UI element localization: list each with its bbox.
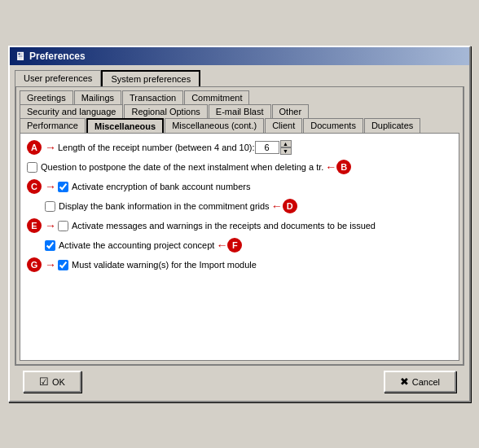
tab-performance[interactable]: Performance [20,118,86,133]
setting-row-a: A → Length of the receipt number (betwee… [27,140,452,155]
top-tab-bar: User preferences System preferences [15,70,464,86]
setting-row-b: Question to postpone the date of the nex… [27,160,452,174]
setting-b-label: Question to postpone the date of the nex… [41,162,323,172]
badge-g: G [27,257,42,272]
dialog-title: Preferences [29,51,86,62]
setting-e-label: Activate messages and warnings in the re… [72,221,376,231]
badge-e: E [27,218,42,233]
tab-regional-options[interactable]: Regional Options [124,104,207,118]
arrow-g: → [45,258,56,271]
tab-other[interactable]: Other [272,104,310,118]
tab-commitment[interactable]: Commitment [184,90,249,104]
arrow-f: ← [216,239,227,252]
cancel-label: Cancel [412,377,440,387]
setting-row-c: C → Activate encryption of bank account … [27,179,452,194]
checkbox-b[interactable] [27,162,37,173]
checkbox-g[interactable] [58,260,68,270]
cancel-button[interactable]: ✖ Cancel [384,371,456,393]
badge-f: F [227,238,242,253]
setting-row-g: G → Must validate warning(s) for the Imp… [27,257,452,272]
setting-f-label: Activate the accounting project concept [59,240,214,250]
tab-miscellaneous[interactable]: Miscellaneous [86,118,164,133]
badge-c: C [27,179,42,194]
tab-duplicates[interactable]: Duplicates [364,118,420,133]
tab-system-preferences[interactable]: System preferences [101,70,200,86]
receipt-number-input[interactable] [255,141,279,154]
title-bar: 🖥 Preferences [10,47,469,65]
inner-panel: A → Length of the receipt number (betwee… [20,133,459,361]
preferences-icon: 🖥 [15,50,26,63]
content-panel: Greetings Mailings Transaction Commitmen… [15,86,464,366]
setting-g-label: Must validate warning(s) for the Import … [72,260,257,270]
tab-documents[interactable]: Documents [303,118,363,133]
spinner-buttons: ▲ ▼ [280,140,292,155]
arrow-c: → [45,180,56,193]
checkbox-f[interactable] [45,240,55,251]
arrow-a: → [45,141,56,154]
tab-greetings[interactable]: Greetings [20,90,73,104]
setting-row-f: Activate the accounting project concept … [27,238,452,253]
setting-row-d: Display the bank information in the comm… [27,199,452,213]
cancel-icon: ✖ [400,376,409,388]
dialog-body: User preferences System preferences Gree… [10,65,469,401]
ok-label: OK [52,377,65,387]
tab-client[interactable]: Client [265,118,302,133]
tab-row-1: Greetings Mailings Transaction Commitmen… [20,90,459,104]
arrow-e: → [45,219,56,232]
tab-row-2: Security and language Regional Options E… [20,104,459,118]
arrow-b: ← [325,160,336,173]
button-bar: ☑ OK ✖ Cancel [15,366,464,396]
setting-a-label: Length of the receipt number (between 4 … [58,143,255,152]
setting-row-e: E → Activate messages and warnings in th… [27,218,452,233]
tab-transaction[interactable]: Transaction [122,90,183,104]
checkbox-c[interactable] [58,182,68,192]
ok-icon: ☑ [39,376,49,388]
tab-mailings[interactable]: Mailings [74,90,121,104]
badge-b: B [336,160,351,174]
tab-email-blast[interactable]: E-mail Blast [209,104,271,118]
setting-d-label: Display the bank information in the comm… [59,201,270,211]
checkbox-d[interactable] [45,201,55,212]
tab-miscellaneous-cont[interactable]: Miscellaneous (cont.) [165,118,264,133]
tab-row-3: Performance Miscellaneous Miscellaneous … [20,118,459,133]
spinner-up[interactable]: ▲ [280,140,292,147]
spinner-down[interactable]: ▼ [280,147,292,155]
arrow-d: ← [271,200,283,213]
ok-button[interactable]: ☑ OK [23,371,81,393]
preferences-dialog: 🖥 Preferences User preferences System pr… [8,46,471,402]
tab-security-language[interactable]: Security and language [20,104,123,118]
tab-user-preferences[interactable]: User preferences [15,70,101,86]
setting-c-label: Activate encryption of bank account numb… [72,182,251,191]
badge-d: D [283,199,297,213]
badge-a: A [27,140,42,155]
checkbox-e[interactable] [58,221,68,231]
